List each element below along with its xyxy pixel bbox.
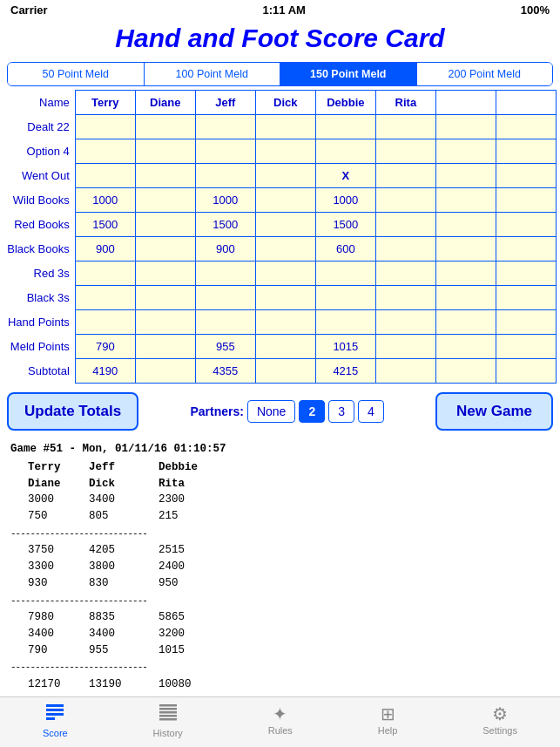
option-4-7[interactable] [435, 139, 496, 164]
wild-books-1[interactable]: 1000 [75, 188, 135, 213]
red-3s-1[interactable] [75, 261, 135, 286]
red-3s-5[interactable] [315, 261, 375, 286]
went-out-6[interactable] [375, 164, 435, 188]
dealt-22-5[interactable] [315, 115, 375, 139]
red-books-4[interactable] [255, 213, 315, 237]
black-books-4[interactable] [255, 237, 315, 261]
hand-points-1[interactable] [75, 310, 135, 335]
red-3s-3[interactable] [195, 261, 255, 286]
meld-points-4[interactable] [255, 335, 315, 359]
hand-points-7[interactable] [435, 310, 496, 335]
dealt-22-4[interactable] [255, 115, 315, 139]
black-3s-1[interactable] [75, 286, 135, 310]
black-3s-6[interactable] [375, 286, 435, 310]
player-name-1[interactable]: Terry [75, 91, 135, 115]
red-books-5[interactable]: 1500 [315, 213, 375, 237]
tab-200-point-meld[interactable]: 200 Point Meld [417, 63, 553, 85]
player-name-6[interactable]: Rita [375, 91, 435, 115]
black-books-1[interactable]: 900 [75, 237, 135, 261]
option-4-8[interactable] [496, 139, 556, 164]
player-name-5[interactable]: Debbie [315, 91, 375, 115]
meld-points-3[interactable]: 955 [195, 335, 255, 359]
meld-points-5[interactable]: 1015 [315, 335, 375, 359]
red-3s-8[interactable] [496, 261, 556, 286]
red-books-6[interactable] [375, 213, 435, 237]
wild-books-2[interactable] [135, 188, 195, 213]
meld-points-8[interactable] [496, 335, 556, 359]
went-out-4[interactable] [255, 164, 315, 188]
meld-points-7[interactable] [435, 335, 496, 359]
hand-points-6[interactable] [375, 310, 435, 335]
tab-bar-help[interactable]: ⊞ Help [378, 705, 398, 736]
red-books-8[interactable] [496, 213, 556, 237]
player-name-8[interactable] [496, 91, 556, 115]
dealt-22-8[interactable] [496, 115, 556, 139]
red-3s-4[interactable] [255, 261, 315, 286]
option-4-1[interactable] [75, 139, 135, 164]
black-books-8[interactable] [496, 237, 556, 261]
tab-bar-rules[interactable]: ✦ Rules [268, 705, 293, 736]
partner-4-button[interactable]: 4 [358, 400, 384, 423]
black-3s-4[interactable] [255, 286, 315, 310]
went-out-8[interactable] [496, 164, 556, 188]
dealt-22-1[interactable] [75, 115, 135, 139]
wild-books-5[interactable]: 1000 [315, 188, 375, 213]
option-4-5[interactable] [315, 139, 375, 164]
option-4-4[interactable] [255, 139, 315, 164]
red-books-1[interactable]: 1500 [75, 213, 135, 237]
dealt-22-3[interactable] [195, 115, 255, 139]
tab-bar-score[interactable]: Score [43, 703, 68, 738]
tab-50-point-meld[interactable]: 50 Point Meld [8, 63, 145, 85]
option-4-3[interactable] [195, 139, 255, 164]
option-4-6[interactable] [375, 139, 435, 164]
black-3s-2[interactable] [135, 286, 195, 310]
went-out-2[interactable] [135, 164, 195, 188]
went-out-1[interactable] [75, 164, 135, 188]
went-out-3[interactable] [195, 164, 255, 188]
hand-points-5[interactable] [315, 310, 375, 335]
black-3s-7[interactable] [435, 286, 496, 310]
went-out-5[interactable]: X [315, 164, 375, 188]
meld-points-1[interactable]: 790 [75, 335, 135, 359]
wild-books-3[interactable]: 1000 [195, 188, 255, 213]
black-3s-8[interactable] [496, 286, 556, 310]
black-3s-3[interactable] [195, 286, 255, 310]
meld-points-2[interactable] [135, 335, 195, 359]
went-out-7[interactable] [435, 164, 496, 188]
partner-2-button[interactable]: 2 [299, 400, 325, 423]
dealt-22-6[interactable] [375, 115, 435, 139]
black-3s-5[interactable] [315, 286, 375, 310]
tab-100-point-meld[interactable]: 100 Point Meld [145, 63, 281, 85]
red-books-3[interactable]: 1500 [195, 213, 255, 237]
wild-books-6[interactable] [375, 188, 435, 213]
update-totals-button[interactable]: Update Totals [7, 392, 138, 431]
wild-books-8[interactable] [496, 188, 556, 213]
red-3s-7[interactable] [435, 261, 496, 286]
hand-points-2[interactable] [135, 310, 195, 335]
tab-bar-history[interactable]: History [153, 703, 183, 738]
red-books-7[interactable] [435, 213, 496, 237]
hand-points-4[interactable] [255, 310, 315, 335]
dealt-22-2[interactable] [135, 115, 195, 139]
partner-none-button[interactable]: None [247, 400, 295, 423]
dealt-22-7[interactable] [435, 115, 496, 139]
black-books-3[interactable]: 900 [195, 237, 255, 261]
red-3s-2[interactable] [135, 261, 195, 286]
tab-bar-settings[interactable]: ⚙ Settings [482, 705, 517, 736]
meld-points-6[interactable] [375, 335, 435, 359]
player-name-7[interactable] [435, 91, 496, 115]
black-books-6[interactable] [375, 237, 435, 261]
red-3s-6[interactable] [375, 261, 435, 286]
wild-books-4[interactable] [255, 188, 315, 213]
new-game-button[interactable]: New Game [435, 392, 553, 431]
black-books-5[interactable]: 600 [315, 237, 375, 261]
hand-points-3[interactable] [195, 310, 255, 335]
player-name-2[interactable]: Diane [135, 91, 195, 115]
option-4-2[interactable] [135, 139, 195, 164]
player-name-4[interactable]: Dick [255, 91, 315, 115]
hand-points-8[interactable] [496, 310, 556, 335]
black-books-7[interactable] [435, 237, 496, 261]
wild-books-7[interactable] [435, 188, 496, 213]
red-books-2[interactable] [135, 213, 195, 237]
partner-3-button[interactable]: 3 [328, 400, 354, 423]
